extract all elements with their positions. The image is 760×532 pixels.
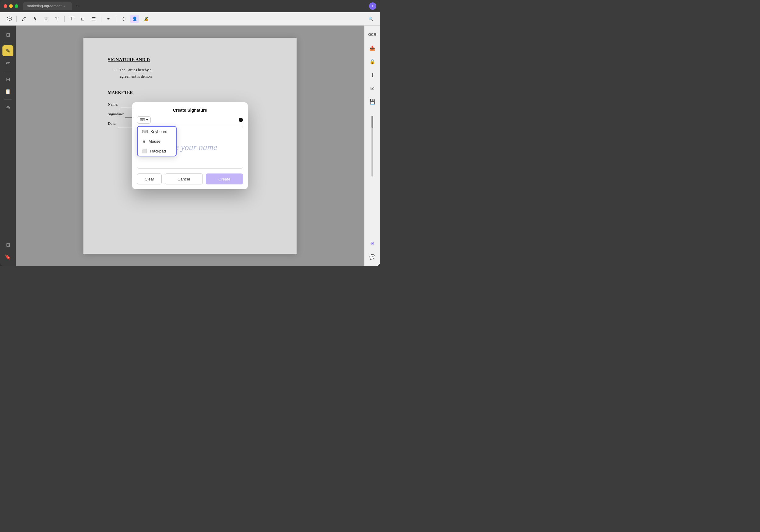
sidebar-form-btn[interactable]: 📋 <box>2 86 13 97</box>
trackpad-option[interactable]: ⬜ Trackpad <box>138 146 176 156</box>
person-toolbar-btn[interactable]: 🔏 <box>141 15 150 23</box>
toolbar-separator-1 <box>17 16 17 22</box>
shape-toolbar-btn[interactable]: ⬡ <box>119 15 128 23</box>
stamp-toolbar-btn[interactable]: 👤 <box>130 15 139 23</box>
titlebar: marketing-agreement × + T <box>0 0 380 12</box>
sidebar-separator-2 <box>4 71 12 71</box>
sidebar-left: ⊞ ✎ ✏ ⊟ 📋 ⊕ ⊞ 🔖 <box>0 25 16 266</box>
toolbar-right: 🔍 <box>367 15 375 23</box>
right-mail-btn[interactable]: ✉ <box>367 83 378 94</box>
right-share-btn[interactable]: ⬆ <box>367 69 378 80</box>
toolbar-separator-3 <box>101 16 101 22</box>
tab-title: marketing-agreement <box>27 4 62 8</box>
text-toolbar-btn[interactable]: T <box>53 15 61 23</box>
keyboard-icon: ⌨ <box>140 118 145 122</box>
search-toolbar-btn[interactable]: 🔍 <box>367 15 375 23</box>
sidebar-panel-btn[interactable]: ⊞ <box>2 29 13 40</box>
color-picker-dot[interactable] <box>239 118 243 122</box>
toolbar-separator-2 <box>64 16 65 22</box>
modal-overlay: Create Signature ⌨ ▾ ⌨ Keyboard <box>16 25 364 266</box>
sidebar-layers-btn[interactable]: ⊕ <box>2 102 13 113</box>
avatar: T <box>369 2 376 10</box>
traffic-lights <box>4 4 18 8</box>
right-export-btn[interactable]: 📤 <box>367 43 378 54</box>
toolbar-separator-4 <box>116 16 116 22</box>
modal-title: Create Signature <box>132 102 248 116</box>
scrollbar-area <box>371 110 373 236</box>
app-window: marketing-agreement × + T 💬 🖊 S U T T ⊡ … <box>0 0 380 266</box>
right-save-btn[interactable]: 💾 <box>367 96 378 107</box>
mouse-option[interactable]: 🖱 Mouse <box>138 136 176 146</box>
modal-footer: Clear Cancel Create <box>132 169 248 189</box>
main-area: ⊞ ✎ ✏ ⊟ 📋 ⊕ ⊞ 🔖 SIGNATURE AND D - The Pa… <box>0 25 380 266</box>
sidebar-edit-btn[interactable]: ✏ <box>2 58 13 68</box>
create-signature-modal: Create Signature ⌨ ▾ ⌨ Keyboard <box>132 102 248 189</box>
minimize-button[interactable] <box>9 4 13 8</box>
create-button[interactable]: Create <box>206 173 243 184</box>
scrollbar-thumb[interactable] <box>371 116 373 128</box>
sidebar-pages-btn[interactable]: ⊟ <box>2 74 13 85</box>
tab-close-button[interactable]: × <box>63 4 65 8</box>
cancel-button[interactable]: Cancel <box>165 173 203 184</box>
toolbar: 💬 🖊 S U T T ⊡ ☰ ✒ ⬡ 👤 🔏 🔍 <box>0 12 380 25</box>
right-chat-btn[interactable]: 💬 <box>367 251 378 262</box>
sidebar-right: OCR 📤 🔒 ⬆ ✉ 💾 ✳ 💬 <box>364 25 380 266</box>
sidebar-pencil-btn[interactable]: ✎ <box>2 45 13 56</box>
sidebar-separator-1 <box>4 43 12 43</box>
text2-toolbar-btn[interactable]: T <box>68 15 76 23</box>
mouse-option-label: Mouse <box>149 139 161 144</box>
sidebar-separator-3 <box>4 99 12 100</box>
maximize-button[interactable] <box>15 4 18 8</box>
new-tab-button[interactable]: + <box>75 3 78 9</box>
trackpad-dropdown-icon: ⬜ <box>142 149 147 154</box>
active-tab[interactable]: marketing-agreement × <box>23 2 72 10</box>
modal-toolbar: ⌨ ▾ ⌨ Keyboard 🖱 <box>132 116 248 126</box>
align-toolbar-btn[interactable]: ☰ <box>89 15 98 23</box>
dropdown-arrow-icon: ▾ <box>146 118 148 122</box>
clear-button[interactable]: Clear <box>137 173 162 184</box>
textbox-toolbar-btn[interactable]: ⊡ <box>78 15 87 23</box>
keyboard-option[interactable]: ⌨ Keyboard <box>138 127 176 136</box>
keyboard-dropdown-icon: ⌨ <box>142 129 148 134</box>
right-integrations-btn[interactable]: ✳ <box>367 238 378 249</box>
trackpad-option-label: Trackpad <box>150 149 166 154</box>
right-lock-btn[interactable]: 🔒 <box>367 56 378 67</box>
comment-toolbar-btn[interactable]: 💬 <box>5 15 13 23</box>
close-button[interactable] <box>4 4 7 8</box>
highlight-toolbar-btn[interactable]: 🖊 <box>20 15 28 23</box>
input-method-dropdown-btn[interactable]: ⌨ ▾ <box>137 116 151 123</box>
keyboard-option-label: Keyboard <box>150 129 167 134</box>
sidebar-stack-btn[interactable]: ⊞ <box>2 239 13 250</box>
strikethrough-toolbar-btn[interactable]: S <box>31 15 39 23</box>
input-method-dropdown-menu: ⌨ Keyboard 🖱 Mouse ⬜ Trackpad <box>137 126 177 156</box>
right-ocr-btn[interactable]: OCR <box>367 29 378 40</box>
document-area: SIGNATURE AND D - The Parties hereby a a… <box>16 25 364 266</box>
mouse-dropdown-icon: 🖱 <box>142 139 146 144</box>
underline-toolbar-btn[interactable]: U <box>42 15 50 23</box>
scrollbar-track <box>371 116 373 177</box>
sidebar-bookmark-btn[interactable]: 🔖 <box>2 251 13 262</box>
pen-toolbar-btn[interactable]: ✒ <box>105 15 113 23</box>
